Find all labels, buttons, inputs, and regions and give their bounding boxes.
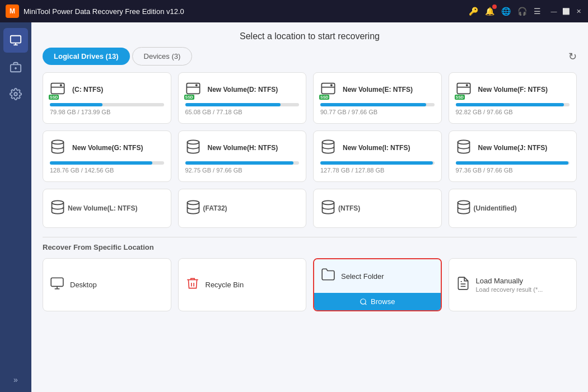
globe-icon[interactable]: 🌐 [501,7,511,16]
desktop-label: Desktop [70,281,97,289]
desktop-icon [50,276,64,294]
window-controls: — ⬜ ✕ [550,7,582,15]
drive-card-f[interactable]: SSD New Volume(F: NTFS) 92.82 GB / 97.66… [449,72,577,124]
select-folder-top: Select Folder [314,259,441,293]
drive-icon-wrap-unidentified [456,199,474,217]
drive-icon-wrap-i [320,139,338,157]
page-title: Select a location to start recovering [31,22,588,47]
drive-size-d: 65.08 GB / 77.18 GB [185,109,300,115]
ssd-badge-e: SSD [319,95,329,100]
drive-name-g: New Volume(G: NTFS) [72,144,143,152]
drive-name-c: (C: NTFS) [72,86,103,94]
svg-rect-10 [186,83,199,94]
recycle-bin-label: Recycle Bin [206,281,244,289]
sidebar-expand-button[interactable]: » [3,373,28,386]
load-manually-sublabel: Load recovery result (*... [476,286,543,293]
drive-name-d: New Volume(D: NTFS) [208,86,278,94]
spec-card-load-manually[interactable]: Load Manually Load recovery result (*... [449,258,577,311]
tab-logical-drives[interactable]: Logical Drives (13) [43,48,130,65]
drive-size-f: 92.82 GB / 97.66 GB [456,109,570,115]
drive-card-h[interactable]: New Volume(H: NTFS) 92.75 GB / 97.66 GB [178,130,307,182]
svg-line-31 [365,303,367,305]
drive-icon-wrap-d: SSD [185,81,203,99]
drive-size-g: 128.76 GB / 142.56 GB [50,167,164,174]
svg-point-18 [466,85,467,86]
drive-card-g[interactable]: New Volume(G: NTFS) 128.76 GB / 142.56 G… [43,130,171,182]
drive-bar-j [456,161,570,165]
drive-icon-wrap-h [185,139,203,157]
drive-icon-wrap-fat32 [185,199,203,217]
drive-card-ntfs[interactable]: (NTFS) [313,189,442,228]
drive-icon-wrap-f: SSD [456,81,474,99]
svg-rect-27 [51,278,63,286]
drive-icon-wrap-g [50,139,68,157]
drive-card-fat32[interactable]: (FAT32) [178,189,307,228]
svg-point-9 [60,85,62,86]
title-bar-icons: 🔑 🔔 🌐 🎧 ☰ [469,7,541,16]
sidebar-item-tools[interactable] [3,55,28,80]
key-icon[interactable]: 🔑 [469,7,478,16]
spec-card-select-folder[interactable]: Select Folder Browse [313,258,442,311]
main-layout: » Select a location to start recovering … [0,22,588,392]
ssd-badge-c: SSD [49,95,59,100]
headphone-icon[interactable]: 🎧 [517,7,527,16]
sidebar-item-settings[interactable] [3,82,28,106]
recycle-bin-icon [185,276,200,294]
svg-point-20 [187,140,199,144]
drive-card-c[interactable]: SSD (C: NTFS) 79.98 GB / 173.99 GB [43,72,171,124]
drive-card-d[interactable]: SSD New Volume(D: NTFS) 65.08 GB / 77.18… [178,72,307,124]
drive-name-ntfs: (NTFS) [338,204,360,212]
spec-card-recycle-bin[interactable]: Recycle Bin [178,258,307,311]
title-bar: M MiniTool Power Data Recovery Free Edit… [0,0,588,22]
drive-name-j: New Volume(J: NTFS) [478,144,548,152]
refresh-button[interactable]: ↻ [568,50,577,63]
sidebar-item-recovery[interactable] [3,28,28,53]
drive-card-i[interactable]: New Volume(I: NTFS) 127.78 GB / 127.88 G… [313,130,442,182]
browse-button[interactable]: Browse [314,293,441,310]
drive-name-l: New Volume(L: NTFS) [68,204,137,212]
svg-point-19 [52,140,64,144]
drive-size-j: 97.36 GB / 97.66 GB [456,167,570,174]
browse-label: Browse [371,297,395,306]
drive-card-unidentified[interactable]: (Unidentified) [449,189,577,228]
sidebar-bottom: » [3,373,28,386]
drives-grid: SSD (C: NTFS) 79.98 GB / 173.99 GB [43,72,577,228]
drive-size-i: 127.78 GB / 127.88 GB [320,167,435,174]
tab-devices[interactable]: Devices (3) [132,47,193,66]
drive-icon-wrap-j [456,139,474,157]
drive-name-i: New Volume(I: NTFS) [343,144,410,152]
drive-card-e[interactable]: SSD New Volume(E: NTFS) 90.77 GB / 97.66… [313,72,442,124]
svg-point-25 [323,200,334,204]
specific-location-grid: Desktop Recycle Bin [43,258,577,311]
drive-bar-i [320,161,435,165]
drive-name-unidentified: (Unidentified) [474,204,517,212]
drive-bar-c [50,103,164,106]
drive-name-e: New Volume(E: NTFS) [343,86,413,94]
close-button[interactable]: ✕ [575,7,582,15]
app-logo: M [6,4,19,18]
load-manually-label: Load Manually [476,277,543,285]
drive-card-l[interactable]: New Volume(L: NTFS) [43,189,171,228]
drive-icon-wrap-e: SSD [320,81,338,99]
drive-size-h: 92.75 GB / 97.66 GB [185,167,300,174]
drive-name-fat32: (FAT32) [203,204,227,212]
drive-name-f: New Volume(F: NTFS) [478,86,548,94]
specific-location-title: Recover From Specific Location [43,243,577,251]
load-manually-text: Load Manually Load recovery result (*... [476,277,543,293]
svg-point-22 [458,140,469,144]
drive-card-j[interactable]: New Volume(J: NTFS) 97.36 GB / 97.66 GB [449,130,577,182]
select-folder-label: Select Folder [341,272,384,281]
drive-icon-wrap-c: SSD [50,81,68,99]
drives-scroll-area[interactable]: SSD (C: NTFS) 79.98 GB / 173.99 GB [31,68,588,392]
bell-icon[interactable]: 🔔 [485,7,494,16]
drive-bar-d [185,103,300,106]
minimize-button[interactable]: — [550,7,558,15]
menu-icon[interactable]: ☰ [534,7,541,16]
spec-card-desktop[interactable]: Desktop [43,258,171,311]
ssd-badge-f: SSD [455,95,465,100]
maximize-button[interactable]: ⬜ [562,7,570,15]
drive-icon-wrap-ntfs [320,199,338,217]
tabs-row: Logical Drives (13) Devices (3) ↻ [31,47,588,66]
content-area: Select a location to start recovering Lo… [31,22,588,392]
app-title: MiniTool Power Data Recovery Free Editio… [24,7,469,16]
